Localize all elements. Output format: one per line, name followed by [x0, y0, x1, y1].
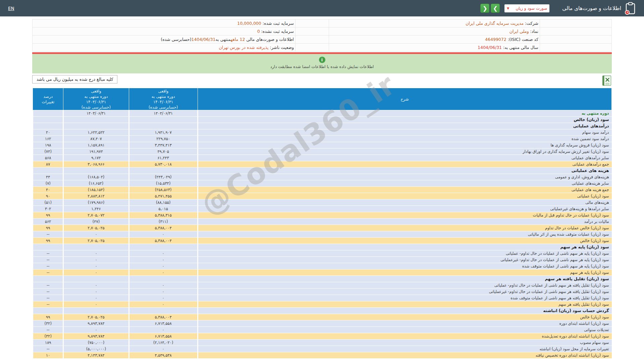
value-period-1403: (۱۶,۶۵۲): [63, 180, 129, 187]
table-row: سود (زیان) پایه هر سهم ناشی از عملیات در…: [33, 257, 612, 263]
value-period-1403: ۲,۸۸۳,۸۱۲: [63, 193, 129, 199]
value-period-1403: ۰: [63, 295, 129, 301]
info-cell-spacer-right: [540, 19, 611, 27]
column-header-period-1404: واقعی دوره منتهی به ۱۴۰۴/۰۶/۳۱ (حسابرسی …: [129, 88, 198, 110]
table-row: هزینه‌های مالی (۸۸,۱۵۵) (۱۷۹,۹۸۶) (۵۱): [33, 199, 612, 206]
percent-change-value: ۳۰۲: [33, 206, 63, 212]
value-period-1403: ۰: [63, 263, 129, 269]
value-period-1404: [129, 123, 198, 129]
value-period-1404: [129, 117, 198, 123]
value-period-1404: (۲,۱۶۴,۰۲۰): [129, 340, 198, 346]
value-period-1403: ۱,۶۲۲,۵۲۲: [63, 129, 129, 136]
value-period-1404: ۰: [129, 327, 198, 333]
row-label: سود (زیان) پایه هر سهم ناشی از عملیات مت…: [198, 263, 611, 269]
value-period-1403: ۲,۷۰۵,۰۲۵: [63, 238, 129, 244]
value-period-1404: ۰: [129, 295, 198, 301]
row-label: سود (زیان) عملیاتی: [198, 193, 611, 199]
percent-change-value: ۱۹۸: [33, 142, 63, 148]
table-row: سود (زیان) تقلیل یافته هر سهم: [33, 276, 612, 282]
income-statement-table-wrap: شرح واقعی دوره منتهی به ۱۴۰۴/۰۶/۳۱ (حساب…: [32, 88, 612, 359]
value-period-1404: (۲۵۸,۵۶۳): [129, 187, 198, 193]
table-row: سود (زیان) پایه هر سهم: [33, 244, 612, 250]
value-period-1403: [63, 168, 129, 174]
table-row: دوره منتهی به ۱۴۰۴/۰۶/۳۱ ۱۴۰۳/۰۶/۳۱: [33, 110, 612, 117]
percent-change-value: ۲۰: [33, 129, 63, 136]
table-row: درآمد سود سهام ۱,۹۴۱,۹۰۷ ۱,۶۲۲,۵۲۲ ۲۰: [33, 129, 612, 136]
table-header-row: شرح واقعی دوره منتهی به ۱۴۰۴/۰۶/۳۱ (حساب…: [33, 88, 612, 110]
value-period-1403: (۷۵۰,۰۰۰): [63, 340, 129, 346]
next-report-button[interactable]: ❯: [491, 4, 500, 13]
value-period-1404: ۰: [129, 282, 198, 289]
company-info-body: شرکت: مدیریت سرمایه گذاری ملی ایران سرما…: [33, 19, 612, 52]
info-cell-spacer-right: [540, 44, 611, 52]
chevron-down-icon: ▼: [507, 7, 509, 10]
chevron-right-icon: ❯: [493, 5, 498, 12]
percent-change-value: [33, 123, 63, 129]
percent-change-value: --: [33, 327, 63, 333]
row-label: سود (زیان) انباشته ابتدای دوره تخصیص نیا…: [198, 352, 611, 359]
report-type-dropdown[interactable]: صورت سود و زیان ▼: [504, 4, 549, 12]
row-label: سود (زیان) عملیات در حال تداوم قبل از ما…: [198, 212, 611, 219]
value-period-1403: ۳,۰۶۸,۹۶۶: [63, 161, 129, 168]
value-period-1403: (۵,۰۰۰,۰۰۰): [63, 346, 129, 352]
value-period-1404: ۶,۷۱۳,۵۵۸: [129, 320, 198, 327]
row-label: مالیات بر درآمد: [198, 219, 611, 225]
value-period-1403: ۹,۱۷۲: [63, 155, 129, 161]
value-period-1403: [63, 117, 129, 123]
row-label: هزینه‌های فروش، اداری و عمومی: [198, 174, 611, 180]
info-cell-spacer-right: [540, 36, 611, 44]
table-row: سایر درآمدها و هزینه‌های غیرعملیاتی ۵,۰۱…: [33, 206, 612, 212]
row-label: هزینه های عملیاتی: [198, 168, 611, 174]
percent-change-value: --: [33, 231, 63, 238]
percent-change-value: ۴۰: [33, 187, 63, 193]
table-row: جمع درآمدهای عملیاتی ۵,۷۳۰,۰۱۸ ۳,۰۶۸,۹۶۶…: [33, 161, 612, 168]
row-label: سود (زیان) فروش سرمایه گذاری ها: [198, 142, 611, 148]
value-period-1404: ۵,۰۱۵: [129, 206, 198, 212]
value-period-1403: ۱,۲۴۶: [63, 206, 129, 212]
value-period-1404: [129, 276, 198, 282]
percent-change-value: [33, 276, 63, 282]
value-period-1403: ۰: [63, 282, 129, 289]
page-title: اطلاعات و صورت‌های مالی: [562, 5, 621, 11]
row-label: سود (زیان) عملیات متوقف شده پس از اثر ما…: [198, 231, 611, 238]
value-period-1403: ۰: [63, 269, 129, 276]
language-toggle[interactable]: EN: [8, 6, 14, 11]
table-row: سود (زیان) خالص ۵,۳۸۸,۰۰۴ ۲,۷۰۵,۰۲۵ ۹۹: [33, 314, 612, 320]
value-period-1403: ۰: [63, 301, 129, 308]
info-icon: i: [319, 57, 325, 63]
chevron-left-icon: ❮: [483, 5, 487, 12]
value-period-1404: [129, 244, 198, 250]
percent-change-value: ۱۶۲: [33, 136, 63, 142]
table-row: سود (زیان) انباشته ابتدای دوره تخصیص نیا…: [33, 352, 612, 359]
table-row: گردش حساب سود (زیان) انباشته: [33, 308, 612, 314]
table-row: سایر درآمدهای عملیاتی ۶۱,۲۴۳ ۹,۱۷۲ ۵۶۸: [33, 155, 612, 161]
excel-export-icon[interactable]: [602, 75, 612, 87]
value-period-1403: (۱۷۹,۹۸۶): [63, 199, 129, 206]
value-period-1404: [129, 168, 198, 174]
row-label: سود (زیان) پایه هر سهم ناشی از عملیات در…: [198, 257, 611, 263]
value-period-1404: ۱,۹۴۱,۹۰۷: [129, 129, 198, 136]
table-row: جمع هزینه های عملیاتی (۲۵۸,۵۶۳) (۱۸۵,۱۵۴…: [33, 187, 612, 193]
value-period-1403: ۸۷,۴۰۷: [63, 136, 129, 142]
prev-report-button[interactable]: ❮: [480, 4, 489, 13]
row-label: سود (زیان) خالص: [198, 238, 611, 244]
row-label: تغییرات سرمایه از محل سود (زیان) انباشته: [198, 346, 611, 352]
column-header-percent-change: درصد تغییرات: [33, 88, 63, 110]
info-cell-spacer-middle: [296, 19, 329, 27]
info-cell-spacer-right: [540, 27, 611, 36]
percent-change-value: ۹۹: [33, 314, 63, 320]
value-period-1404: ۲۲۹,۷۵۰: [129, 136, 198, 142]
value-period-1403: ۹,۸۹۳,۷۸۴: [63, 320, 129, 327]
value-period-1404: ۵,۷۳۰,۰۱۸: [129, 161, 198, 168]
row-label: سود (زیان) تقلیل یافته هر سهم ناشی از عم…: [198, 282, 611, 289]
info-cell-spacer-middle: [296, 44, 329, 52]
table-row: سود (زیان) عملیات در حال تداوم قبل از ما…: [33, 212, 612, 219]
row-label: سود (زیان) خالص: [198, 117, 611, 123]
value-period-1404: ۰: [129, 263, 198, 269]
value-period-1404: ۰: [129, 250, 198, 257]
value-period-1404: ۵,۴۷۱,۴۵۵: [129, 193, 198, 199]
percent-change-value: (۷۴): [33, 148, 63, 155]
table-row: سود (زیان) پایه هر سهم ناشی از عملیات در…: [33, 250, 612, 257]
value-period-1404: ۳,۴۴۷,۴۱۳: [129, 142, 198, 148]
value-period-1404: ۰: [129, 301, 198, 308]
